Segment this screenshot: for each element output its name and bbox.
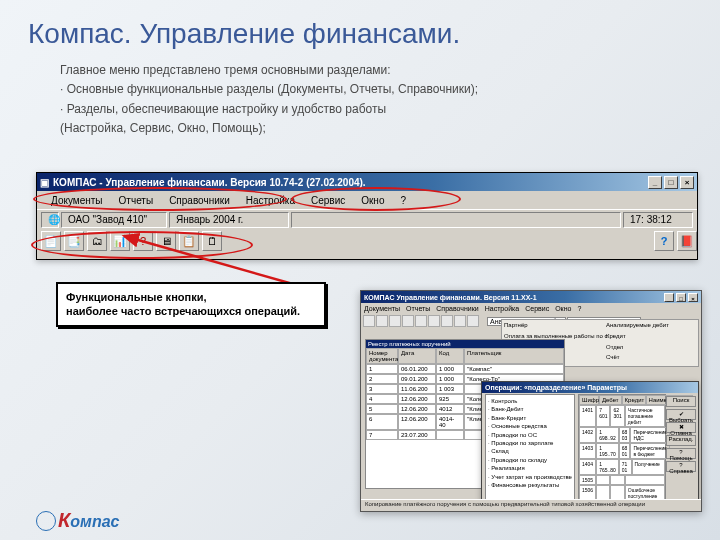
dialog-button[interactable]: ? Справка <box>666 461 696 472</box>
mini-right-grid[interactable]: Шифр Дебет Кредит Наименование 14017 601… <box>578 394 666 502</box>
toolbar-btn-4[interactable]: 📊 <box>110 231 130 251</box>
mini-menubar: Документы Отчеты Справочники Настройка С… <box>361 303 701 314</box>
status-bar: 🌐 ОАО "Завод 410" Январь 2004 г. 17: 38:… <box>37 209 697 229</box>
mini-tb-9[interactable] <box>467 315 479 327</box>
menu-window[interactable]: Окно <box>353 193 392 208</box>
mini-menu-3[interactable]: Настройка <box>485 305 519 312</box>
app-icon: ▣ <box>40 177 49 188</box>
tree-item[interactable]: · Финансовые результаты <box>488 481 572 489</box>
toolbar-btn-8[interactable]: 🗒 <box>202 231 222 251</box>
maximize-button[interactable]: □ <box>664 176 678 189</box>
callout-line-1: Функциональные кнопки, <box>66 290 316 304</box>
mini-tb-3[interactable] <box>389 315 401 327</box>
dialog-button[interactable]: ✔ Выбрать <box>666 409 696 420</box>
status-org: ОАО "Завод 410" <box>61 212 167 228</box>
toolbar: 📄 📑 🗂 📊 ? 🖥 📋 🗒 ? 📕 <box>37 229 697 253</box>
mini-tb-1[interactable] <box>363 315 375 327</box>
slide-title: Компас. Управление финансами. <box>0 0 720 50</box>
mini-tb-4[interactable] <box>402 315 414 327</box>
mini-tb-2[interactable] <box>376 315 388 327</box>
lbl-account: Счёт <box>606 354 642 364</box>
menu-help[interactable]: ? <box>392 193 414 208</box>
callout-line-2: наиболее часто встречающихся операций. <box>66 304 316 318</box>
toolbar-exit-icon[interactable]: 📕 <box>677 231 697 251</box>
col-code[interactable]: Код <box>436 348 464 364</box>
dialog-button[interactable]: ? Помощь <box>666 448 696 459</box>
tree-item[interactable]: · Проводки по складу <box>488 456 572 464</box>
mini-tb-6[interactable] <box>428 315 440 327</box>
main-app-window: ▣ КОМПАС - Управление финансами. Версия … <box>36 172 698 260</box>
menubar: Документы Отчеты Справочники Настройка С… <box>37 191 697 209</box>
minimize-button[interactable]: _ <box>648 176 662 189</box>
tree-item[interactable]: · Склад <box>488 447 572 455</box>
table-row[interactable]: 14031 195..7068 01Перечисление в бюджет <box>579 443 665 459</box>
col-payer[interactable]: Плательщик <box>464 348 564 364</box>
close-button[interactable]: × <box>680 176 694 189</box>
tree-item[interactable]: · Банк-Кредит <box>488 414 572 422</box>
tree-item[interactable]: · Контроль <box>488 397 572 405</box>
tree-item[interactable]: · Проводки по ОС <box>488 431 572 439</box>
mini-tree[interactable]: · Контроль· Банк-Дебит· Банк-Кредит· Осн… <box>485 394 575 502</box>
toolbar-btn-6[interactable]: 🖥 <box>156 231 176 251</box>
slide-body: Главное меню представлено тремя основным… <box>0 50 720 138</box>
mini-menu-2[interactable]: Справочники <box>436 305 478 312</box>
toolbar-btn-5[interactable]: ? <box>133 231 153 251</box>
toolbar-help-icon[interactable]: ? <box>654 231 674 251</box>
mini-titlebar: КОМПАС Управление финансами. Версия 11.X… <box>361 291 701 303</box>
mini-sub-buttons: Поиск✔ Выбрать✖ ОтменаРасклад.? Помощь? … <box>666 396 696 472</box>
status-globe-icon: 🌐 <box>41 212 59 228</box>
secondary-screenshot: КОМПАС Управление финансами. Версия 11.X… <box>360 290 702 512</box>
window-title: КОМПАС - Управление финансами. Версия 10… <box>53 177 366 188</box>
mini-menu-1[interactable]: Отчеты <box>406 305 430 312</box>
table-row[interactable]: 14041 765..8071 01Получение <box>579 459 665 475</box>
body-bullet-1: · Основные функциональные разделы (Докум… <box>60 81 680 98</box>
toolbar-btn-3[interactable]: 🗂 <box>87 231 107 251</box>
dialog-button[interactable]: Поиск <box>666 396 696 407</box>
toolbar-btn-1[interactable]: 📄 <box>41 231 61 251</box>
menu-service[interactable]: Сервис <box>303 193 353 208</box>
col-date[interactable]: Дата <box>398 348 436 364</box>
menu-reports[interactable]: Отчеты <box>111 193 162 208</box>
table-row[interactable]: 106.01.2001 000"Компас" <box>366 364 564 374</box>
mini-sub-titlebar: Операции: «подразделение» Параметры <box>482 382 698 393</box>
mini-menu-0[interactable]: Документы <box>364 305 400 312</box>
status-time: 17: 38:12 <box>623 212 693 228</box>
tree-item[interactable]: · Основные средства <box>488 422 572 430</box>
titlebar: ▣ КОМПАС - Управление финансами. Версия … <box>37 173 697 191</box>
mini-sub-title: Операции: «подразделение» Параметры <box>485 384 627 391</box>
toolbar-btn-7[interactable]: 📋 <box>179 231 199 251</box>
lbl-dept: Отдел <box>606 344 642 354</box>
scol-debit[interactable]: Дебет <box>599 395 622 405</box>
table-row[interactable]: 1505 <box>579 475 665 485</box>
scol-credit[interactable]: Кредит <box>622 395 646 405</box>
mini-sub-dialog: Операции: «подразделение» Параметры · Ко… <box>481 381 699 509</box>
tree-item[interactable]: · Учет затрат на производстве <box>488 473 572 481</box>
mini-tb-7[interactable] <box>441 315 453 327</box>
menu-reference[interactable]: Справочники <box>161 193 238 208</box>
dialog-button[interactable]: ✖ Отмена <box>666 422 696 433</box>
dialog-button[interactable]: Расклад. <box>666 435 696 446</box>
body-line-1: Главное меню представлено тремя основным… <box>60 62 680 79</box>
mini-grid-title: Реестр платежных поручений <box>366 340 564 348</box>
mini-tb-5[interactable] <box>415 315 427 327</box>
mini-tb-8[interactable] <box>454 315 466 327</box>
table-row[interactable]: 14017 60162 301Частичное погашение дебит <box>579 405 665 427</box>
menu-settings[interactable]: Настройка <box>238 193 303 208</box>
table-row[interactable]: 1508Комиссионное зачисление б <box>579 511 665 512</box>
tree-item[interactable]: · Проводки по зарплате <box>488 439 572 447</box>
tree-item[interactable]: · Банк-Дебит <box>488 405 572 413</box>
menu-documents[interactable]: Документы <box>43 193 111 208</box>
col-num[interactable]: Номер документа <box>366 348 398 364</box>
lbl-partner: Партнёр <box>504 322 544 332</box>
kompas-logo: Компас <box>36 507 119 532</box>
toolbar-btn-2[interactable]: 📑 <box>64 231 84 251</box>
table-row[interactable]: 14021 698..9268 03Перечисление НДС <box>579 427 665 443</box>
scol-code[interactable]: Шифр <box>579 395 599 405</box>
mini-menu-6[interactable]: ? <box>577 305 581 312</box>
lbl-debit: Анализируемые дебит <box>606 322 642 332</box>
tree-item[interactable]: · Реализация <box>488 464 572 472</box>
mini-window-title: КОМПАС Управление финансами. Версия 11.X… <box>364 294 537 301</box>
mini-menu-4[interactable]: Сервис <box>525 305 549 312</box>
mini-menu-5[interactable]: Окно <box>555 305 571 312</box>
body-line-4: (Настройка, Сервис, Окно, Помощь); <box>60 120 680 137</box>
